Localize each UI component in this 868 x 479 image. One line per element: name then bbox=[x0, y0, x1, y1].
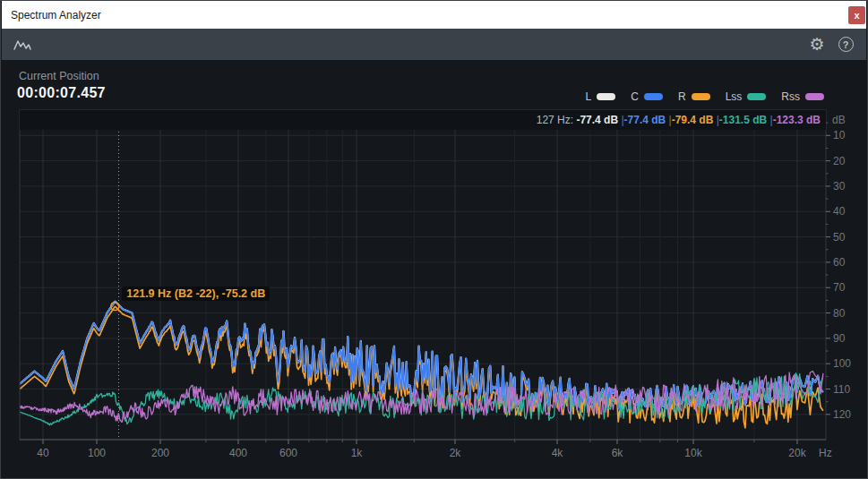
peak-annotation: 121.9 Hz (B2 -22), -75.2 dB bbox=[122, 287, 270, 301]
y-tick-label: 40 bbox=[833, 205, 846, 218]
y-tick-label: 60 bbox=[833, 256, 846, 269]
y-tick-label: 70 bbox=[833, 281, 846, 294]
y-tick-label: 80 bbox=[833, 307, 846, 320]
x-tick-label: 600 bbox=[279, 447, 297, 459]
y-tick-label: 30 bbox=[833, 180, 846, 192]
readout-freq: 127 Hz: bbox=[537, 114, 573, 126]
x-tick-label: 4k bbox=[552, 447, 564, 459]
x-tick-label: 10k bbox=[684, 447, 702, 459]
readout-value-Rss: -123.3 dB bbox=[773, 114, 821, 126]
x-tick-label: 2k bbox=[450, 447, 462, 459]
x-tick-label: 100 bbox=[88, 447, 106, 459]
y-tick-label: 50 bbox=[833, 231, 846, 244]
x-axis-unit: Hz bbox=[819, 447, 832, 459]
y-axis-unit: dB bbox=[832, 114, 846, 126]
spectrum-analyzer-window: Spectrum Analyzer x ⚙ ? Current Position… bbox=[0, 0, 868, 479]
cursor-readout: 127 Hz: -77.4 dB |-77.4 dB |-79.4 dB |-1… bbox=[20, 110, 826, 130]
y-tick-label: 120 bbox=[833, 408, 851, 421]
readout-value-R: -79.4 dB bbox=[672, 114, 714, 126]
y-tick-label: 100 bbox=[833, 357, 851, 370]
readout-value-C: -77.4 dB bbox=[624, 114, 666, 126]
spectrum-plot[interactable]: 401002004006001k2k4k6k10k20kHzdB10203040… bbox=[1, 1, 868, 479]
y-tick-label: 110 bbox=[833, 383, 850, 396]
x-tick-label: 200 bbox=[151, 447, 169, 459]
readout-value-L: -77.4 dB bbox=[576, 114, 618, 126]
x-tick-label: 20k bbox=[788, 447, 806, 459]
x-tick-label: 400 bbox=[229, 447, 247, 459]
x-tick-label: 1k bbox=[351, 447, 364, 459]
x-tick-label: 40 bbox=[37, 447, 49, 459]
y-tick-label: 10 bbox=[833, 129, 846, 141]
y-tick-label: 90 bbox=[833, 332, 846, 345]
y-tick-label: 20 bbox=[833, 155, 846, 167]
x-tick-label: 6k bbox=[612, 447, 624, 459]
readout-value-Lss: -131.5 dB bbox=[719, 114, 767, 126]
